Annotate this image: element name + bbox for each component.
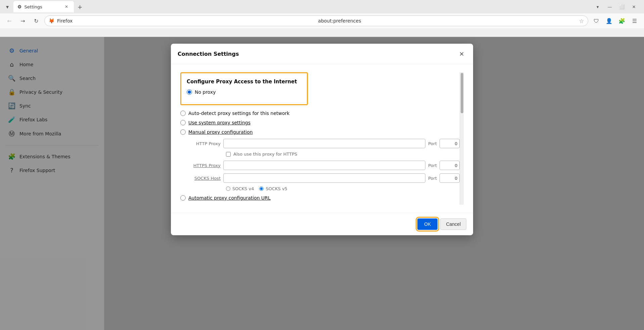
http-proxy-input[interactable] (223, 139, 425, 148)
auto-detect-option[interactable]: Auto-detect proxy settings for this netw… (180, 111, 460, 116)
socks4-option[interactable]: SOCKS v4 (226, 186, 254, 191)
also-https-row: Also use this proxy for HTTPS (180, 152, 460, 157)
tab-favicon: ⚙ (17, 4, 22, 9)
minimize-button[interactable]: — (605, 2, 614, 11)
tab-title: Settings (25, 4, 60, 9)
scrollbar-thumb[interactable] (461, 73, 463, 113)
settings-tab[interactable]: ⚙ Settings ✕ (13, 1, 74, 12)
extensions-icon[interactable]: 🧩 (616, 15, 627, 26)
toolbar-icons: 🛡 👤 🧩 ☰ (591, 15, 640, 26)
bookmark-icon[interactable]: ☆ (579, 18, 584, 24)
auto-url-label: Automatic proxy configuration URL (188, 195, 271, 201)
firefox-logo: 🦊 (49, 18, 54, 24)
socks-host-row: SOCKS Host Port (180, 173, 460, 183)
tab-list-button[interactable]: ▾ (3, 2, 12, 11)
socks5-label: SOCKS v5 (266, 186, 287, 191)
manual-proxy-option[interactable]: Manual proxy configuration (180, 129, 460, 135)
section-title: Configure Proxy Access to the Internet (187, 79, 302, 85)
system-proxy-option[interactable]: Use system proxy settings (180, 120, 460, 125)
no-proxy-radio[interactable] (187, 89, 192, 95)
https-proxy-input[interactable] (223, 161, 425, 170)
socks4-label: SOCKS v4 (232, 186, 254, 191)
http-port-input[interactable] (440, 139, 460, 148)
browser-chrome: ▾ ⚙ Settings ✕ + ▾ — ⬜ ✕ ← → ↻ 🦊 Firefox… (0, 0, 644, 37)
ok-button[interactable]: OK (417, 218, 438, 230)
connection-settings-modal: Connection Settings ✕ Configure Proxy Ac… (171, 44, 473, 235)
http-port-label: Port (428, 141, 437, 146)
modal-body: Configure Proxy Access to the Internet N… (171, 64, 473, 213)
tab-close-button[interactable]: ✕ (63, 3, 70, 10)
forward-button[interactable]: → (17, 15, 28, 26)
http-proxy-label: HTTP Proxy (187, 141, 221, 146)
manual-proxy-radio[interactable] (180, 129, 186, 135)
address-url: about:preferences (318, 18, 576, 24)
cancel-button[interactable]: Cancel (440, 218, 466, 230)
modal-close-button[interactable]: ✕ (457, 49, 466, 58)
new-tab-button[interactable]: + (75, 2, 85, 11)
https-proxy-row: HTTPS Proxy Port (180, 161, 460, 170)
back-button[interactable]: ← (4, 15, 15, 26)
shield-icon[interactable]: 🛡 (591, 15, 602, 26)
modal-overlay: Connection Settings ✕ Configure Proxy Ac… (0, 37, 644, 330)
modal-title: Connection Settings (178, 51, 239, 57)
https-port-label: Port (428, 163, 437, 168)
socks-host-input[interactable] (223, 173, 425, 183)
http-proxy-row: HTTP Proxy Port (180, 139, 460, 148)
auto-detect-label: Auto-detect proxy settings for this netw… (188, 111, 289, 116)
scrollbar-track[interactable] (460, 72, 464, 205)
maximize-button[interactable]: ⬜ (617, 2, 627, 11)
address-firefox-label: Firefox (57, 18, 315, 24)
socks5-option[interactable]: SOCKS v5 (259, 186, 287, 191)
window-list-button[interactable]: ▾ (593, 2, 602, 11)
socks-port-input[interactable] (440, 173, 460, 183)
auto-url-radio[interactable] (180, 195, 186, 201)
close-button[interactable]: ✕ (629, 2, 639, 11)
manual-proxy-label: Manual proxy configuration (188, 129, 253, 135)
socks-port-label: Port (428, 176, 437, 181)
modal-scroll-content: Configure Proxy Access to the Internet N… (180, 72, 460, 205)
auto-url-option[interactable]: Automatic proxy configuration URL (180, 195, 460, 201)
window-controls: ▾ — ⬜ ✕ (593, 2, 641, 11)
reload-button[interactable]: ↻ (31, 15, 42, 26)
socks-version-row: SOCKS v4 SOCKS v5 (180, 186, 460, 191)
socks4-radio[interactable] (226, 187, 230, 191)
also-https-label: Also use this proxy for HTTPS (233, 152, 297, 157)
account-icon[interactable]: 👤 (604, 15, 614, 26)
address-bar[interactable]: 🦊 Firefox about:preferences ☆ (44, 15, 588, 26)
no-proxy-label: No proxy (195, 89, 216, 95)
socks5-radio[interactable] (259, 187, 264, 191)
https-proxy-label: HTTPS Proxy (187, 163, 221, 168)
no-proxy-option[interactable]: No proxy (187, 89, 302, 95)
tab-bar: ▾ ⚙ Settings ✕ + ▾ — ⬜ ✕ (0, 0, 644, 13)
menu-icon[interactable]: ☰ (629, 15, 640, 26)
auto-detect-radio[interactable] (180, 111, 186, 116)
nav-bar: ← → ↻ 🦊 Firefox about:preferences ☆ 🛡 👤 … (0, 13, 644, 28)
highlight-box: Configure Proxy Access to the Internet N… (180, 72, 308, 105)
system-proxy-label: Use system proxy settings (188, 120, 250, 125)
also-https-checkbox[interactable] (226, 152, 231, 157)
modal-footer: OK Cancel (171, 213, 473, 235)
socks-host-label: SOCKS Host (187, 176, 221, 181)
modal-header: Connection Settings ✕ (171, 44, 473, 64)
https-port-input[interactable] (440, 161, 460, 170)
system-proxy-radio[interactable] (180, 120, 186, 125)
